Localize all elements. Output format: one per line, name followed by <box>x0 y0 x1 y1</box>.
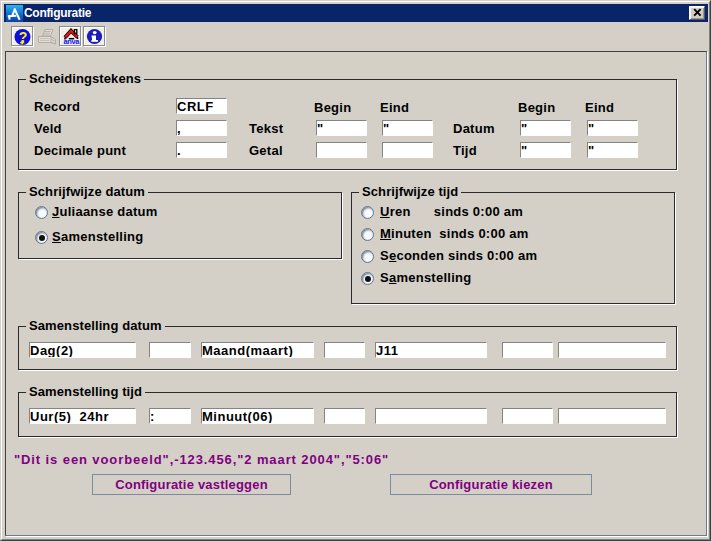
svg-text:anva: anva <box>63 37 80 45</box>
